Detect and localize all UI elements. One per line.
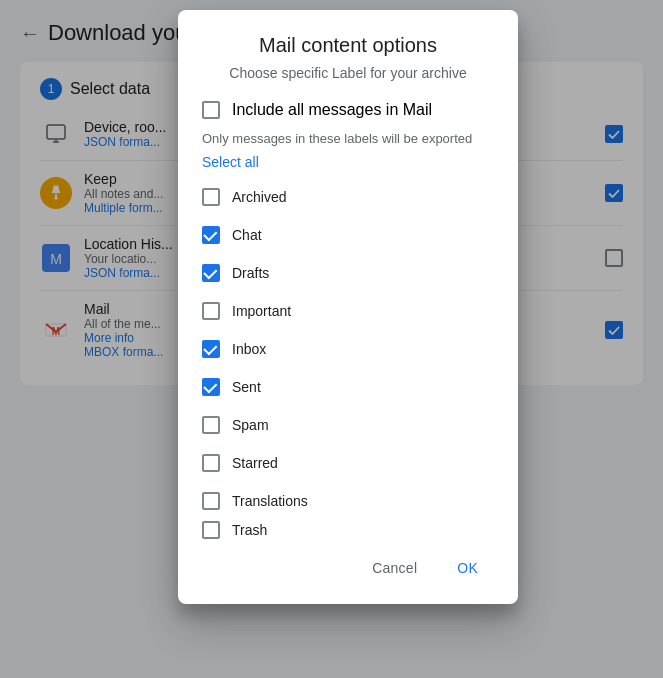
list-item-inbox: Inbox xyxy=(202,330,490,368)
checkbox-drafts[interactable] xyxy=(202,264,220,282)
mail-content-options-dialog: Mail content options Choose specific Lab… xyxy=(178,10,518,604)
include-all-label: Include all messages in Mail xyxy=(232,101,432,119)
label-trash: Trash xyxy=(232,522,267,538)
cancel-button[interactable]: Cancel xyxy=(356,552,433,584)
checkbox-trash[interactable] xyxy=(202,521,220,539)
select-all-link[interactable]: Select all xyxy=(202,154,494,170)
label-inbox: Inbox xyxy=(232,341,266,357)
dialog-header: Mail content options Choose specific Lab… xyxy=(178,10,518,93)
dialog-body: Include all messages in Mail Only messag… xyxy=(178,93,518,540)
label-starred: Starred xyxy=(232,455,278,471)
checkbox-archived[interactable] xyxy=(202,188,220,206)
list-item-drafts: Drafts xyxy=(202,254,490,292)
label-sent: Sent xyxy=(232,379,261,395)
list-item-archived: Archived xyxy=(202,178,490,216)
checkbox-chat[interactable] xyxy=(202,226,220,244)
checkbox-starred[interactable] xyxy=(202,454,220,472)
dialog-footer: Cancel OK xyxy=(178,540,518,604)
dialog-subtitle: Choose specific Label for your archive xyxy=(202,65,494,81)
label-spam: Spam xyxy=(232,417,269,433)
list-item-important: Important xyxy=(202,292,490,330)
list-item-starred: Starred xyxy=(202,444,490,482)
description-text: Only messages in these labels will be ex… xyxy=(202,131,494,146)
checkbox-spam[interactable] xyxy=(202,416,220,434)
label-chat: Chat xyxy=(232,227,262,243)
list-item-spam: Spam xyxy=(202,406,490,444)
include-all-checkbox[interactable] xyxy=(202,101,220,119)
list-item-translations: Translations xyxy=(202,482,490,520)
dialog-title: Mail content options xyxy=(202,34,494,57)
ok-button[interactable]: OK xyxy=(441,552,494,584)
label-important: Important xyxy=(232,303,291,319)
labels-list[interactable]: Archived Chat Drafts Important Inbox xyxy=(202,178,494,540)
checkbox-translations[interactable] xyxy=(202,492,220,510)
checkbox-important[interactable] xyxy=(202,302,220,320)
label-translations: Translations xyxy=(232,493,308,509)
label-archived: Archived xyxy=(232,189,286,205)
list-item-sent: Sent xyxy=(202,368,490,406)
label-drafts: Drafts xyxy=(232,265,269,281)
checkbox-inbox[interactable] xyxy=(202,340,220,358)
checkbox-sent[interactable] xyxy=(202,378,220,396)
list-item-trash: Trash xyxy=(202,520,490,540)
include-all-row: Include all messages in Mail xyxy=(202,93,494,127)
list-item-chat: Chat xyxy=(202,216,490,254)
